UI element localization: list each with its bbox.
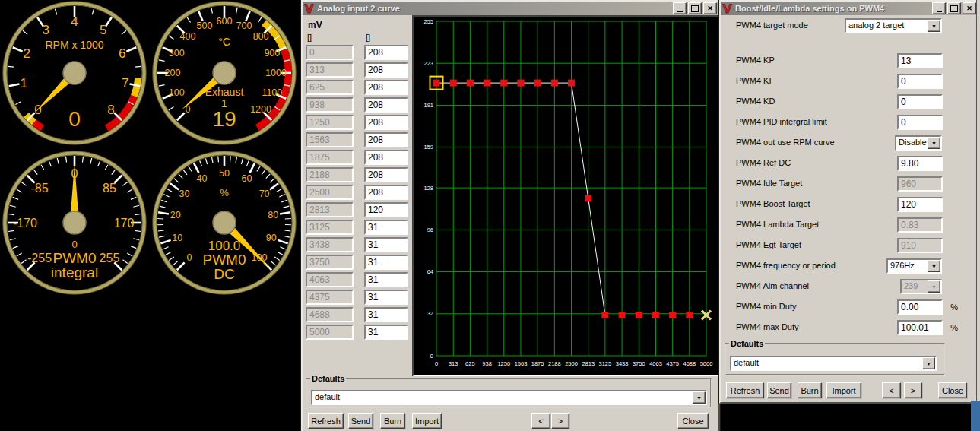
value-cell-6[interactable] <box>364 150 408 165</box>
pwm-import-button[interactable]: Import <box>826 382 861 398</box>
maximize-button[interactable] <box>947 2 961 14</box>
gauge-scale-label: 4 <box>71 14 78 29</box>
value-cell-9[interactable] <box>364 202 408 217</box>
gauge-minor-tick <box>8 66 14 67</box>
curve-point-0[interactable] <box>433 80 440 87</box>
pwm-field-suffix-13: % <box>950 303 958 312</box>
chevron-down-icon[interactable]: ▼ <box>922 357 935 369</box>
curve-plot[interactable]: 0326496128159191223255031362593812501563… <box>412 15 722 376</box>
pwm-field-combo-5[interactable]: Disable▼ <box>895 135 942 151</box>
pwm-field-input-10 <box>897 238 943 253</box>
value-cell-3[interactable] <box>364 97 408 113</box>
pwm-field-input-3[interactable] <box>897 94 943 109</box>
value-cell-5[interactable] <box>364 132 408 147</box>
pwm-field-input-9 <box>897 217 943 233</box>
pwm-defaults-combo[interactable]: default ▼ <box>730 356 937 371</box>
curve-point-15[interactable] <box>686 312 693 318</box>
curve-point-11[interactable] <box>619 312 626 318</box>
curve-prev-button[interactable]: < <box>531 413 550 429</box>
pwm-close-button[interactable]: Close <box>938 382 967 398</box>
value-cell-2[interactable] <box>364 80 408 95</box>
x-axis-label: 0 <box>435 360 438 367</box>
value-cell-15[interactable] <box>364 307 408 322</box>
pwm-field-label-13: PWM4 min Duty <box>736 302 796 311</box>
value-cell-0[interactable] <box>364 45 408 60</box>
value-cell-7[interactable] <box>364 167 408 182</box>
mv-cell-1 <box>306 62 354 78</box>
pwm-field-input-2[interactable] <box>897 74 943 89</box>
pwm-next-button[interactable]: > <box>904 382 922 398</box>
value-cell-12[interactable] <box>364 255 408 270</box>
curve-point-5[interactable] <box>517 80 524 87</box>
chevron-down-icon[interactable]: ▼ <box>928 20 940 32</box>
curve-point-7[interactable] <box>551 80 558 87</box>
minimize-button[interactable] <box>673 2 687 14</box>
curve-window-titlebar[interactable]: Analog input 2 curve ✕ <box>303 2 718 15</box>
pwm-send-button[interactable]: Send <box>767 382 791 398</box>
pwm-refresh-button[interactable]: Refresh <box>726 382 764 398</box>
close-button[interactable]: ✕ <box>963 2 976 14</box>
value-cell-11[interactable] <box>364 237 408 252</box>
values-column-header: [] <box>366 33 370 42</box>
close-button[interactable]: ✕ <box>703 2 717 14</box>
pwm-field-combo-11[interactable]: 976Hz▼ <box>886 258 942 274</box>
gauge-scale-label: 170 <box>114 217 135 230</box>
pwm-field-input-8[interactable] <box>897 197 943 212</box>
curve-burn-button[interactable]: Burn <box>380 413 405 429</box>
gauge-scale-label: 500 <box>197 21 213 31</box>
minimize-button[interactable] <box>932 2 946 14</box>
curve-refresh-button[interactable]: Refresh <box>308 413 344 429</box>
gauge-scale-label: 200 <box>165 68 181 78</box>
curve-point-3[interactable] <box>484 80 490 87</box>
curve-point-1[interactable] <box>450 80 457 87</box>
mv-cell-7 <box>306 167 354 182</box>
pwm-defaults-combo-value: default <box>734 358 922 367</box>
curve-defaults-combo[interactable]: default ▼ <box>311 390 707 405</box>
pwm-field-input-6[interactable] <box>897 156 943 171</box>
pwm-field-combo-0[interactable]: analog 2 target▼ <box>845 18 942 33</box>
pwm-burn-button[interactable]: Burn <box>798 382 822 398</box>
curve-close-button[interactable]: Close <box>677 413 709 429</box>
curve-point-2[interactable] <box>467 80 474 87</box>
pwm-field-label-5: PWM4 out use RPM curve <box>736 138 835 147</box>
pwm-field-label-6: PWM4 Ref DC <box>736 158 791 167</box>
gauge-zone <box>134 78 138 97</box>
value-cell-14[interactable] <box>364 290 408 305</box>
curve-import-button[interactable]: Import <box>412 413 442 429</box>
curve-defaults-combo-value: default <box>315 392 693 401</box>
gauge-scale-label: 400 <box>179 31 195 42</box>
value-cell-13[interactable] <box>364 272 408 287</box>
pwm-window-titlebar[interactable]: Boost/Idle/Lambda settings on PWM4 ✕ <box>721 2 978 15</box>
curve-point-12[interactable] <box>636 312 642 318</box>
pwm-prev-button[interactable]: < <box>882 382 901 398</box>
value-cell-16[interactable] <box>364 325 408 340</box>
value-cell-1[interactable] <box>364 62 408 78</box>
y-axis-label: 255 <box>423 18 433 25</box>
curve-point-14[interactable] <box>669 312 676 318</box>
chevron-down-icon[interactable]: ▼ <box>693 391 706 404</box>
mv-cell-11 <box>306 237 354 252</box>
curve-point-10[interactable] <box>601 312 608 318</box>
value-cell-4[interactable] <box>364 115 408 130</box>
curve-point-9[interactable] <box>585 195 591 201</box>
value-cell-10[interactable] <box>364 220 408 235</box>
pwm-field-input-14[interactable] <box>897 320 943 335</box>
chevron-down-icon[interactable]: ▼ <box>928 260 940 272</box>
pwm-field-input-4[interactable] <box>897 115 943 130</box>
curve-plot-canvas[interactable]: 0326496128159191223255031362593812501563… <box>414 17 717 372</box>
pwm-field-label-0: PWM4 target mode <box>736 21 808 30</box>
curve-point-13[interactable] <box>652 312 659 318</box>
curve-point-4[interactable] <box>500 80 507 87</box>
pwm-field-input-13[interactable] <box>897 299 943 315</box>
x-axis-label: 3125 <box>599 360 612 367</box>
pwm-field-input-1[interactable] <box>897 53 943 68</box>
curve-send-button[interactable]: Send <box>348 413 373 429</box>
curve-point-8[interactable] <box>568 80 575 87</box>
curve-point-6[interactable] <box>534 80 541 87</box>
x-axis-label: 3750 <box>633 360 645 367</box>
curve-next-button[interactable]: > <box>551 413 569 429</box>
value-cell-8[interactable] <box>364 185 408 200</box>
chevron-down-icon[interactable]: ▼ <box>928 137 940 149</box>
maximize-button[interactable] <box>688 2 702 14</box>
x-axis-label: 313 <box>449 360 458 367</box>
